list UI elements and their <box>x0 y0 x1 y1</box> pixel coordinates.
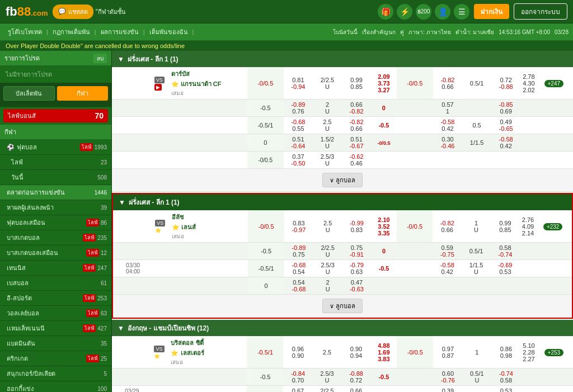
team1-name[interactable]: ดาร์บัส <box>171 69 245 79</box>
football-label: ฟุตบอล <box>17 142 80 152</box>
hdp-cell-2: -0/0.5 <box>397 67 433 100</box>
tomorrow-label: ไลฟ์ <box>11 157 101 167</box>
table-row: VS ⭐ อีลัซ ⭐ เลนส์ เสมอ -0/0.5 0.83 -0.9… <box>113 210 572 243</box>
nav-date: 03/28 <box>555 29 569 35</box>
odds-cell-6[interactable]: -0.99 0.83 <box>342 210 372 243</box>
bonus-number: 70 <box>95 111 104 120</box>
balance-icon[interactable]: ฿200 <box>416 4 431 20</box>
sidebar-item-tennis[interactable]: เทนนิส ไลฟ์ 247 <box>0 261 111 276</box>
nav-item-sports[interactable]: รูโต๊เบโทเทค <box>4 26 45 38</box>
sidebar-item-basketball[interactable]: บาสเกตบอล ไลฟ์ 235 <box>0 230 111 245</box>
league-header-france-top[interactable]: ▼ ฝรั่งเศส - ลีก 1 (1) <box>112 51 573 67</box>
logout-button[interactable]: ออกจากระบบ <box>514 3 567 20</box>
table-row: -0.5 -0.89 0.76 2U 0.66 -0.82 0 <box>112 100 573 117</box>
sidebar-item-volleyball[interactable]: วอลเลย์บอล ไลฟ์ 63 <box>0 306 111 321</box>
bet-all-button[interactable]: บัลเล็ตพัน <box>3 86 55 101</box>
nav-item-results[interactable]: ผลการแข่งขัน <box>97 26 142 38</box>
marquee-bar: Over Player Double Double" are cancelled… <box>0 41 573 51</box>
star-icon[interactable]: ⚽ <box>7 144 15 151</box>
league-section-england: ▼ อังกฤษ - แชมป์เปียนชิพ (12) VS ⭐ บริสต… <box>112 320 573 392</box>
bet-sport-button[interactable]: กีฬา <box>57 86 109 101</box>
team2-name[interactable]: ⭐ แกรนนาด้า CF <box>171 79 245 89</box>
football-live-badge: ไลฟ์ <box>80 143 93 151</box>
nav-bonus[interactable]: โบนัสวันนี้ <box>333 28 358 36</box>
sidebar-item-cricket[interactable]: คริกเกต ไลฟ์ 25 <box>0 351 111 366</box>
search-count: 39 <box>101 205 107 211</box>
table-row: 03/3004:00 -0.5/1 -0.68 0.54 2.5/3U -0.7… <box>113 260 572 277</box>
line-cell-3: 2.5 U <box>313 210 342 243</box>
sidebar-item-today2[interactable]: วันนี้ 508 <box>0 170 111 185</box>
favorites-label: รายการโปรด <box>4 53 40 63</box>
match-date <box>112 117 152 134</box>
chat-icon: 💬 <box>58 8 66 15</box>
league-name-france-top: ฝรั่งเศส - ลีก 1 (1) <box>128 54 179 64</box>
match-date-eng <box>112 336 152 369</box>
total-badge-eng[interactable]: +253 <box>544 349 564 356</box>
team-cell: ดาร์บัส ⭐ แกรนนาด้า CF เสมอ <box>169 67 247 100</box>
odds-cell-3[interactable]: -0.82 0.66 <box>433 67 462 100</box>
sidebar-item-hockey[interactable]: ฮอกกี้แข่ง 100 <box>0 381 111 392</box>
nav-language[interactable]: ภาษา: ภาษาไทย <box>408 28 451 36</box>
nav-pair[interactable]: คู่ <box>400 28 404 36</box>
total-badge-cell[interactable]: +247 <box>542 67 573 100</box>
league-header-england[interactable]: ▼ อังกฤษ - แชมป์เปียนชิพ (12) <box>112 320 573 336</box>
logo-fb: fb <box>6 4 17 18</box>
more-row: ∨ ลูกบอล <box>112 169 573 192</box>
nav-item-mybets[interactable]: เด็มพันของฉัน <box>146 26 191 38</box>
league-header-france-selected[interactable]: ▼ ฝรั่งเศส - ลีก 1 (1) <box>113 194 572 210</box>
menu-icon[interactable]: ☰ <box>454 4 469 20</box>
sidebar-item-baseball[interactable]: เบสบอล 61 <box>0 276 111 291</box>
league-section-france-top: ▼ ฝรั่งเศส - ลีก 1 (1) VS ▶ ดาร์บัส ⭐ แ <box>112 51 573 192</box>
chat-button[interactable]: 💬 แชทสด <box>53 4 93 19</box>
hdp-eng: -0.5/1 <box>247 336 283 369</box>
no-favorite-text: ไม่มีรายการโปรด <box>0 66 111 83</box>
total-badge[interactable]: +247 <box>544 80 564 87</box>
sidebar-item-snooker[interactable]: สนุกเกอร์/บิลเลียด 5 <box>0 366 111 381</box>
team1-name-eng[interactable]: บริสตอล ซิตี้ <box>171 338 245 348</box>
gift-icon[interactable]: 🎁 <box>378 4 393 20</box>
sidebar-item-badminton[interactable]: แบดมินตัน 35 <box>0 336 111 351</box>
sidebar-item-virtual-basketball[interactable]: บาสเกตบอลเสมือน ไลฟ์ 12 <box>0 245 111 261</box>
football-count: 1993 <box>95 144 107 150</box>
marquee-text: Over Player Double Double" are cancelled… <box>6 42 185 49</box>
team1-name-2[interactable]: อีลัซ <box>172 212 246 222</box>
nav-important[interactable]: เรื่องสำคัญนก <box>362 28 396 36</box>
search-label: หาผลผู้เล่นลงพน้า <box>7 202 101 212</box>
sidebar-item-market[interactable]: ตลาดก่อนการแข่งขัน 1446 <box>0 185 111 200</box>
odds-cell-1[interactable]: 0.81 -0.94 <box>284 67 313 100</box>
user-icon[interactable]: 👤 <box>435 4 450 20</box>
sidebar-item-football[interactable]: ⚽ ฟุตบอล ไลฟ์ 1993 <box>0 140 111 155</box>
table-row: -0.5/1 -0.68 0.55 2.5U -0.82 0.66 -0.5 <box>112 117 573 134</box>
sidebar-item-search[interactable]: หาผลผู้เล่นลงพน้า 39 <box>0 200 111 215</box>
more-button-2[interactable]: ∨ ลูกบอล <box>322 299 363 313</box>
total-badge-2[interactable]: +232 <box>543 223 563 230</box>
sidebar-item-today[interactable]: ไลฟ์ 23 <box>0 155 111 170</box>
odds-cell-8[interactable]: 0.99 0.85 <box>491 210 520 243</box>
sidebar-item-virtual-football[interactable]: ฟุตบอลเสมือน ไลฟ์ 86 <box>0 215 111 230</box>
total-badge-cell-2[interactable]: +232 <box>541 210 572 243</box>
team2-name-eng[interactable]: ⭐ เลสเตอร์ <box>171 348 245 358</box>
nav-currency[interactable]: ดำน้ำ: มาเลเซีย <box>455 28 495 36</box>
sidebar-item-esports[interactable]: อี-สปอร์ต ไลฟ์ 253 <box>0 291 111 306</box>
deposit-button[interactable]: ฝากเงิน <box>474 4 509 19</box>
odds-cell-5[interactable]: 0.83 -0.97 <box>284 210 313 243</box>
remove-favorites-button[interactable]: ลบ <box>93 54 107 63</box>
favorites-header[interactable]: รายการโปรด ลบ <box>0 51 111 66</box>
team2-name-2[interactable]: ⭐ เลนส์ <box>172 222 246 232</box>
sport-header[interactable]: กีฬา <box>0 125 111 140</box>
nav-item-rules[interactable]: กฏกาพเด็มพัน <box>49 26 93 38</box>
sidebar-item-handball-eu[interactable]: เเหมเล็ทเนนนี ไลฟ์ 427 <box>0 321 111 336</box>
chevron-icon-2: ▼ <box>119 199 125 206</box>
odds-cell-2[interactable]: 0.99 0.85 <box>342 67 371 100</box>
table-row: 0 0.54 -0.68 2U 0.47 -0.63 <box>113 277 572 295</box>
odds-cell-4[interactable]: 0.72 -0.88 <box>491 67 520 100</box>
market-count: 1446 <box>95 190 107 196</box>
score-eng: 4.88 1.69 3.83 <box>370 336 397 369</box>
odds-cell-7[interactable]: -0.82 0.66 <box>433 210 462 243</box>
more-button[interactable]: ∨ ลูกบอล <box>322 173 363 187</box>
league-section-france-selected: ▼ ฝรั่งเศส - ลีก 1 (1) VS ⭐ อีลัซ ⭐ เลนส… <box>112 193 573 319</box>
today-label: วันนี้ <box>11 172 97 182</box>
streaming-icon: ▶ <box>154 84 162 91</box>
lightning-icon[interactable]: ⚡ <box>397 4 412 20</box>
hdp-val: -0.5 <box>247 100 284 117</box>
